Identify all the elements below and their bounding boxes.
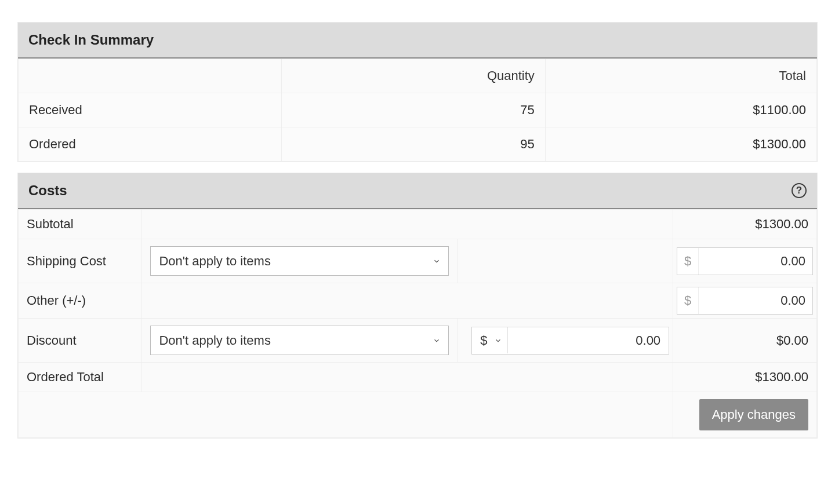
discount-value-input[interactable] bbox=[508, 327, 669, 354]
checkin-summary-title: Check In Summary bbox=[28, 32, 154, 48]
costs-row-ordered-total: Ordered Total $1300.00 bbox=[19, 363, 817, 392]
apply-changes-button[interactable]: Apply changes bbox=[699, 399, 808, 430]
ordered-total-blank bbox=[142, 363, 673, 392]
apply-cell: Apply changes bbox=[673, 392, 817, 438]
ordered-total: $1300.00 bbox=[545, 127, 816, 162]
costs-row-discount: Discount Don't apply to items bbox=[19, 319, 817, 363]
other-cost-input[interactable] bbox=[699, 287, 812, 314]
costs-table: Subtotal $1300.00 Shipping Cost Don't ap… bbox=[18, 209, 817, 438]
costs-title: Costs bbox=[28, 182, 67, 199]
subtotal-blank bbox=[142, 210, 673, 239]
costs-row-subtotal: Subtotal $1300.00 bbox=[19, 210, 817, 239]
received-total: $1100.00 bbox=[545, 93, 816, 127]
other-value-cell: $ bbox=[673, 283, 817, 319]
checkin-summary-header: Check In Summary bbox=[18, 23, 817, 59]
shipping-label: Shipping Cost bbox=[19, 239, 142, 283]
costs-row-other: Other (+/-) $ bbox=[19, 283, 817, 319]
help-icon: ? bbox=[792, 183, 807, 198]
costs-header: Costs ? bbox=[18, 173, 817, 209]
costs-panel: Costs ? Subtotal $1300.00 Shipping Cost bbox=[17, 173, 818, 439]
discount-input-cell: $ bbox=[458, 319, 673, 363]
checkin-summary-table: Quantity Total Received 75 $1100.00 Orde… bbox=[18, 59, 817, 162]
discount-unit-select[interactable]: $ bbox=[472, 327, 508, 353]
shipping-value-cell: $ bbox=[673, 239, 817, 283]
checkin-col-blank bbox=[19, 59, 282, 93]
checkin-summary-panel: Check In Summary Quantity Total Received… bbox=[17, 22, 818, 162]
discount-total: $0.00 bbox=[673, 319, 817, 363]
ordered-total-label: Ordered Total bbox=[19, 363, 142, 392]
footer-blank bbox=[19, 392, 673, 438]
discount-apply-select[interactable]: Don't apply to items bbox=[150, 326, 449, 355]
subtotal-value: $1300.00 bbox=[673, 210, 817, 239]
checkin-row-ordered: Ordered 95 $1300.00 bbox=[19, 127, 817, 162]
other-label: Other (+/-) bbox=[19, 283, 142, 319]
costs-footer-row: Apply changes bbox=[19, 392, 817, 438]
subtotal-label: Subtotal bbox=[19, 210, 142, 239]
ordered-label: Ordered bbox=[19, 127, 282, 162]
received-qty: 75 bbox=[282, 93, 545, 127]
other-blank bbox=[142, 283, 673, 319]
received-label: Received bbox=[19, 93, 282, 127]
checkin-col-quantity: Quantity bbox=[282, 59, 545, 93]
shipping-apply-cell: Don't apply to items bbox=[142, 239, 458, 283]
checkin-col-total: Total bbox=[545, 59, 816, 93]
checkin-header-row: Quantity Total bbox=[19, 59, 817, 93]
discount-apply-cell: Don't apply to items bbox=[142, 319, 458, 363]
discount-label: Discount bbox=[19, 319, 142, 363]
shipping-apply-select[interactable]: Don't apply to items bbox=[150, 246, 449, 276]
ordered-total-value: $1300.00 bbox=[673, 363, 817, 392]
ordered-qty: 95 bbox=[282, 127, 545, 162]
costs-help-button[interactable]: ? bbox=[792, 183, 807, 198]
shipping-cost-input[interactable] bbox=[699, 248, 812, 275]
costs-row-shipping: Shipping Cost Don't apply to items bbox=[19, 239, 817, 283]
other-currency: $ bbox=[677, 287, 699, 314]
shipping-currency: $ bbox=[677, 248, 699, 275]
shipping-blank bbox=[458, 239, 673, 283]
checkin-row-received: Received 75 $1100.00 bbox=[19, 93, 817, 127]
